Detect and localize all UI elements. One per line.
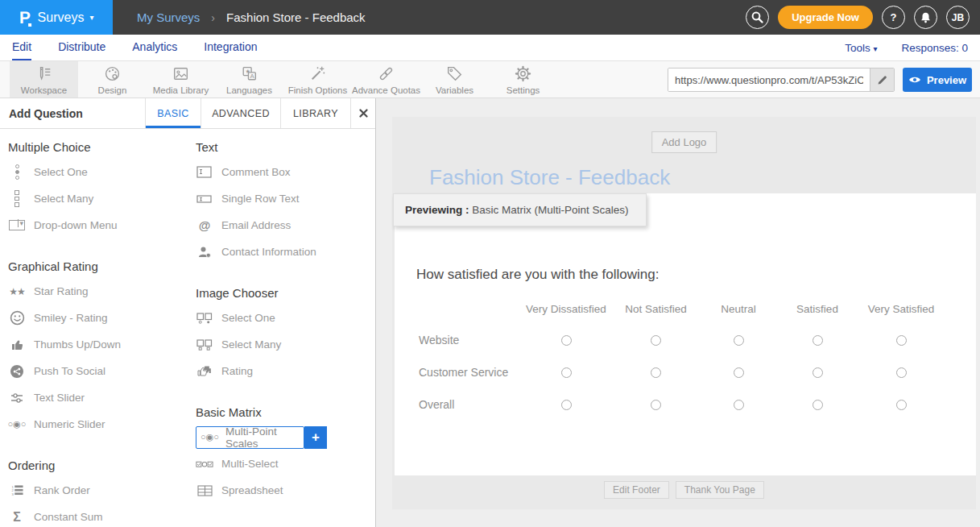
thank-you-page-button[interactable]: Thank You Page [676,481,764,499]
matrix-col-very-satisfied: Very Satisfied [857,301,945,317]
question-types-column-1: Multiple Choice Select One Select Many D… [8,129,187,527]
radio-customer-service-very-satisfied[interactable] [896,367,907,378]
toolbar-variables[interactable]: Variables [420,61,489,98]
tab-advanced[interactable]: ADVANCED [201,98,280,128]
qtype-dropdown-menu[interactable]: Drop-down Menu [8,212,187,239]
notifications-button[interactable] [914,6,937,29]
matrix-spacer [419,317,945,324]
nav-tab-analytics[interactable]: Analytics [132,35,177,60]
add-question-plus-button[interactable]: + [304,426,327,449]
qtype-constant-sum[interactable]: Σ Constant Sum [8,504,187,527]
tab-basic[interactable]: BASIC [145,98,201,128]
close-panel-button[interactable] [350,98,375,128]
toolbar-media-library[interactable]: Media Library [147,61,215,98]
qtype-multi-select[interactable]: Multi-Select [196,450,371,477]
toolbar-languages[interactable]: ★ A Languages [215,61,283,98]
svg-text:3: 3 [11,492,14,496]
nav-tab-integration[interactable]: Integration [204,35,257,60]
qtype-text-slider[interactable]: Text Slider [8,384,187,411]
radio-overall-satisfied[interactable] [813,400,823,410]
toolbar-settings[interactable]: Settings [489,61,557,98]
panel-title: Add Question [0,98,145,128]
person-icon [196,246,213,259]
radio-website-very-dissatisfied[interactable] [561,335,572,346]
section-graphical-rating: Graphical Rating [8,259,187,276]
matrix-cell [699,324,778,356]
comment-box-icon [196,166,213,179]
qtype-comment-box[interactable]: Comment Box [196,159,371,185]
qtype-single-row-text[interactable]: Single Row Text [196,185,371,212]
radio-overall-neutral[interactable] [734,400,744,410]
preview-button[interactable]: Preview [903,68,972,92]
at-sign-icon: @ [196,218,213,232]
questionpro-app: P Surveys ▾ My Surveys › Fashion Store -… [0,0,980,527]
multi-select-icon [196,459,213,470]
radio-customer-service-not-satisfied[interactable] [651,367,661,378]
breadcrumb-my-surveys[interactable]: My Surveys [137,10,200,24]
radio-website-satisfied[interactable] [813,335,823,346]
responses-count[interactable]: Responses: 0 [901,42,968,54]
search-button[interactable] [746,6,769,29]
qtype-rank-order[interactable]: 123 Rank Order [8,477,187,504]
upgrade-now-button[interactable]: Upgrade Now [778,6,873,29]
nav-tab-edit[interactable]: Edit [12,35,31,60]
section-basic-matrix: Basic Matrix [196,405,371,421]
tab-library[interactable]: LIBRARY [280,98,350,128]
qtype-select-one[interactable]: Select One [8,159,187,185]
qtype-email-address[interactable]: @ Email Address [196,212,371,239]
qtype-star-rating[interactable]: ★★ Star Rating [8,278,187,305]
matrix-corner [419,301,519,317]
toolbar-workspace[interactable]: Workspace [10,61,78,98]
toolbar-finish-options[interactable]: Finish Options [283,61,352,98]
edit-footer-button[interactable]: Edit Footer [604,481,669,499]
share-icon [8,365,26,378]
product-switcher[interactable]: P Surveys ▾ [0,0,113,35]
radio-website-neutral[interactable] [734,335,744,346]
radio-website-very-satisfied[interactable] [896,335,907,346]
radio-overall-very-satisfied[interactable] [896,400,907,410]
survey-url-input[interactable] [668,68,870,91]
thumb-up-icon [8,338,26,351]
matrix-cell [613,324,699,356]
nav-tab-distribute[interactable]: Distribute [58,35,105,60]
topbar-actions: Upgrade Now ? JB [746,6,980,29]
help-button[interactable]: ? [882,6,905,29]
qtype-multi-point-scales[interactable]: ○◉○ Multi-Point Scales [196,426,304,449]
bell-icon [920,11,932,24]
qtype-select-many[interactable]: Select Many [8,185,187,212]
radio-customer-service-satisfied[interactable] [813,367,823,378]
user-avatar[interactable]: JB [946,6,970,29]
toolbar-design[interactable]: Design [78,61,147,98]
add-logo-button[interactable]: Add Logo [651,131,717,153]
qtype-thumbs-up-down[interactable]: Thumbs Up/Down [8,331,187,358]
gear-icon [513,64,533,84]
qtype-push-to-social[interactable]: Push To Social [8,358,187,384]
eye-icon [908,76,921,84]
matrix-col-very-dissatisfied: Very Dissatisfied [519,301,613,317]
qtype-smiley-rating[interactable]: Smiley - Rating [8,305,187,331]
matrix-cell [519,356,613,388]
radio-overall-not-satisfied[interactable] [651,400,661,410]
chain-links-icon [376,64,396,84]
matrix-col-satisfied: Satisfied [778,301,857,317]
matrix-cell [519,324,613,356]
radio-customer-service-very-dissatisfied[interactable] [561,367,572,378]
radio-website-not-satisfied[interactable] [651,335,661,346]
qtype-image-select-many[interactable]: Select Many [196,331,371,358]
sigma-icon: Σ [8,510,26,525]
chevron-down-icon: ▾ [89,13,93,22]
radio-overall-very-dissatisfied[interactable] [561,400,572,410]
tools-dropdown[interactable]: Tools ▾ [845,42,877,54]
breadcrumb-separator: › [211,11,215,24]
qtype-numeric-slider[interactable]: ○◉○ Numeric Slider [8,411,187,438]
edit-url-button[interactable] [870,68,894,91]
qtype-spreadsheet[interactable]: Spreadsheet [196,477,371,504]
section-image-chooser: Image Chooser [196,286,371,302]
radio-customer-service-neutral[interactable] [734,367,744,378]
toolbar-right: Preview [668,68,972,92]
qtype-image-rating[interactable]: Rating [196,358,371,384]
svg-text:A: A [250,73,255,80]
qtype-image-select-one[interactable]: Select One [196,305,371,331]
toolbar-advance-quotas[interactable]: Advance Quotas [352,61,420,98]
qtype-contact-information[interactable]: Contact Information [196,239,371,265]
